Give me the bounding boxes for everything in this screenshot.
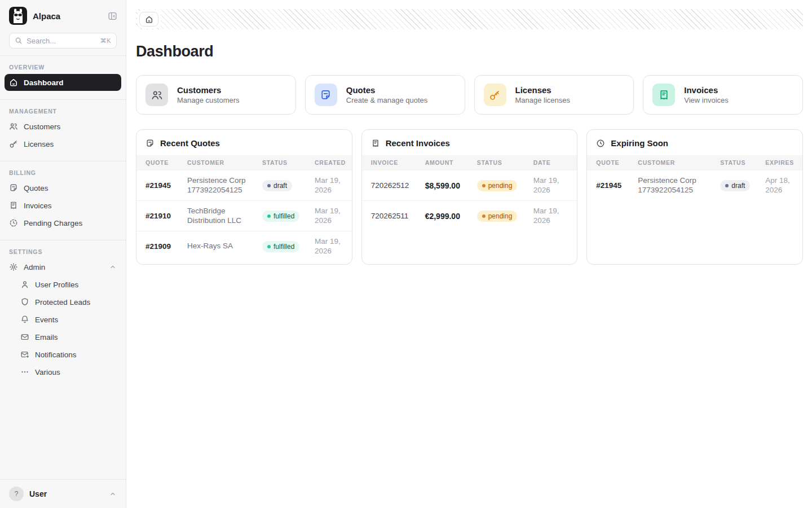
- user-menu[interactable]: ? User: [0, 479, 126, 508]
- panel-collapse-icon: [108, 11, 117, 21]
- card-subtitle: View invoices: [684, 96, 729, 104]
- status-cell: pending: [468, 210, 524, 222]
- table-row[interactable]: #21909 Hex-Rays SA fulfilled Mar 19, 202…: [136, 231, 352, 261]
- invoice-amount: $8,599.00: [416, 181, 468, 190]
- status-dot-icon: [725, 184, 729, 187]
- invoice-date: Mar 19, 2026: [524, 207, 577, 226]
- card-text: Licenses Manage licenses: [515, 85, 571, 104]
- status-cell: draft: [711, 179, 756, 191]
- sidebar-item-user-profiles[interactable]: User Profiles: [16, 276, 121, 293]
- status-badge: fulfilled: [262, 241, 299, 252]
- sidebar-item-label: User Profiles: [35, 281, 78, 289]
- quote-id: #21945: [587, 181, 629, 190]
- sidebar-item-label: Quotes: [24, 184, 48, 192]
- dashboard-panels: Recent Quotes QUOTE CUSTOMER STATUS CREA…: [136, 129, 803, 265]
- status-badge: pending: [477, 180, 518, 191]
- customer-name: Hex-Rays SA: [178, 242, 253, 251]
- card-text: Customers Manage customers: [177, 85, 240, 104]
- sidebar-item-emails[interactable]: Emails: [16, 329, 121, 345]
- table-row[interactable]: #21910 TechBridge Distribution LLC fulfi…: [136, 200, 352, 231]
- sidebar-item-protected-leads[interactable]: Protected Leads: [16, 294, 121, 310]
- table-row[interactable]: #21945 Persistence Corp 1773922054125 dr…: [136, 170, 352, 200]
- column-header: CUSTOMER: [629, 159, 711, 166]
- sidebar: Alpaca Search... ⌘K OVERVIEW Dashboard: [0, 0, 126, 508]
- card-title: Invoices: [684, 85, 729, 95]
- column-header: AMOUNT: [416, 159, 468, 166]
- card-licenses[interactable]: Licenses Manage licenses: [474, 75, 634, 115]
- clock-pending-icon: [9, 218, 18, 227]
- column-header: QUOTE: [136, 159, 178, 166]
- nav-management: MANAGEMENT Customers Licenses: [0, 100, 126, 154]
- status-cell: draft: [253, 179, 306, 191]
- status-dot-icon: [267, 214, 271, 218]
- table-row[interactable]: 720262511 €2,999.00 pending Mar 19, 2026: [362, 200, 577, 231]
- panel-header: Recent Quotes: [136, 130, 352, 155]
- avatar: ?: [9, 487, 24, 501]
- table-row[interactable]: 720262512 $8,599.00 pending Mar 19, 2026: [362, 170, 577, 200]
- card-quotes[interactable]: Quotes Create & manage quotes: [305, 75, 465, 115]
- sidebar-item-label: Emails: [35, 333, 58, 341]
- bell-icon: [20, 315, 29, 324]
- expires-date: Apr 18, 2026: [756, 176, 802, 195]
- column-header: EXPIRES: [756, 159, 802, 166]
- status-dot-icon: [482, 214, 486, 218]
- user-name: User: [29, 489, 103, 498]
- sidebar-item-licenses[interactable]: Licenses: [5, 135, 121, 152]
- card-customers[interactable]: Customers Manage customers: [136, 75, 296, 115]
- sidebar-item-label: Customers: [24, 122, 60, 131]
- home-icon: [9, 78, 18, 87]
- status-badge: pending: [477, 211, 518, 222]
- invoice-number: 720262511: [362, 212, 416, 220]
- status-cell: pending: [468, 179, 524, 191]
- sidebar-item-notifications[interactable]: Notifications: [16, 346, 121, 363]
- card-title: Licenses: [515, 85, 571, 95]
- ellipsis-icon: [20, 367, 29, 376]
- users-icon: [145, 84, 168, 106]
- status-badge-label: draft: [731, 182, 745, 190]
- status-badge: fulfilled: [262, 211, 299, 222]
- sidebar-item-invoices[interactable]: Invoices: [5, 197, 121, 214]
- sidebar-item-dashboard[interactable]: Dashboard: [5, 74, 121, 91]
- card-title: Customers: [177, 85, 240, 95]
- receipt-icon: [9, 201, 18, 210]
- nav-overview: OVERVIEW Dashboard: [0, 56, 126, 93]
- card-invoices[interactable]: Invoices View invoices: [643, 75, 803, 115]
- sidebar-spacer: [0, 382, 126, 479]
- shield-icon: [20, 297, 29, 306]
- sidebar-item-various[interactable]: Various: [16, 364, 121, 380]
- search-input[interactable]: Search... ⌘K: [9, 33, 117, 49]
- sidebar-item-label: Various: [35, 368, 60, 376]
- section-label-settings: SETTINGS: [5, 244, 121, 258]
- search-icon: [15, 37, 23, 45]
- note-icon: [315, 84, 337, 106]
- sidebar-item-quotes[interactable]: Quotes: [5, 179, 121, 196]
- column-header: STATUS: [711, 159, 756, 166]
- column-header: STATUS: [253, 159, 306, 166]
- breadcrumb-home-button[interactable]: [139, 12, 158, 27]
- status-badge-label: draft: [273, 182, 287, 190]
- sidebar-item-label: Notifications: [35, 351, 77, 359]
- created-date: Mar 19, 2026: [306, 237, 352, 256]
- created-date: Mar 19, 2026: [306, 176, 352, 195]
- section-label-management: MANAGEMENT: [5, 103, 121, 117]
- card-subtitle: Create & manage quotes: [346, 96, 428, 104]
- status-cell: fulfilled: [253, 240, 306, 252]
- sidebar-item-admin[interactable]: Admin: [5, 259, 121, 275]
- sidebar-item-customers[interactable]: Customers: [5, 118, 121, 135]
- chevron-up-icon: [109, 490, 117, 498]
- sidebar-item-pending-charges[interactable]: Pending Charges: [5, 214, 121, 231]
- sidebar-collapse-button[interactable]: [107, 10, 118, 21]
- sidebar-item-label: Pending Charges: [24, 219, 82, 227]
- status-badge: draft: [720, 180, 750, 191]
- customer-name: Persistence Corp 1773922054125: [629, 176, 711, 195]
- receipt-icon: [652, 84, 675, 106]
- card-subtitle: Manage licenses: [515, 96, 571, 104]
- card-subtitle: Manage customers: [177, 96, 240, 104]
- quote-id: #21909: [136, 242, 178, 251]
- table-row[interactable]: #21945 Persistence Corp 1773922054125 dr…: [587, 170, 802, 200]
- home-icon: [145, 15, 153, 24]
- sidebar-item-events[interactable]: Events: [16, 311, 121, 328]
- column-header: STATUS: [468, 159, 524, 166]
- receipt-icon: [371, 139, 380, 148]
- main-content: Dashboard Customers Manage customers: [127, 0, 812, 274]
